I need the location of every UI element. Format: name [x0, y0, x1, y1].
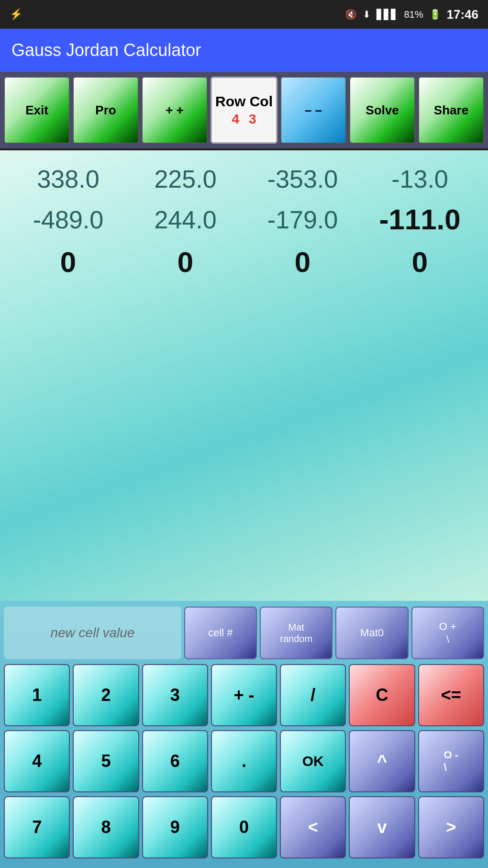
- signal-icon: ▋▋▋: [377, 9, 398, 20]
- usb-icon: ⚡: [10, 8, 22, 21]
- matrix-area: 338.0 225.0 -353.0 -13.0 -489.0 244.0 -1…: [0, 150, 488, 601]
- key-backspace[interactable]: <=: [418, 664, 484, 726]
- key-6[interactable]: 6: [142, 730, 208, 792]
- key-5[interactable]: 5: [73, 730, 139, 792]
- key-3[interactable]: 3: [142, 664, 208, 726]
- key-row-1: 1 2 3 + - / C <=: [4, 664, 484, 726]
- mat-random-button[interactable]: Mat random: [260, 607, 333, 659]
- cell-0-0[interactable]: 338.0: [10, 165, 127, 193]
- keyboard-area: new cell value cell # Mat random Mat0 O …: [0, 601, 488, 868]
- matrix-row-2: 0 0 0 0: [10, 241, 478, 283]
- cell-0-2[interactable]: -353.0: [244, 165, 361, 193]
- app-header: Gauss Jordan Calculator: [0, 29, 488, 72]
- key-right[interactable]: >: [418, 796, 484, 858]
- add-button[interactable]: + +: [142, 77, 208, 144]
- share-button[interactable]: Share: [418, 77, 484, 144]
- row-col-button[interactable]: Row Col 4 3: [211, 77, 277, 144]
- cell-hash-button[interactable]: cell #: [184, 607, 257, 659]
- key-4[interactable]: 4: [4, 730, 70, 792]
- cell-1-2[interactable]: -179.0: [244, 205, 361, 234]
- matrix-row-1: -489.0 244.0 -179.0 -111.0: [10, 198, 478, 241]
- cell-0-1[interactable]: 225.0: [127, 165, 244, 193]
- cell-1-3[interactable]: -111.0: [361, 203, 478, 236]
- key-plus-minus[interactable]: + -: [211, 664, 277, 726]
- battery-icon: 🔋: [429, 9, 441, 20]
- status-bar: ⚡ 🔇 ⬇ ▋▋▋ 81% 🔋 17:46: [0, 0, 488, 29]
- cell-2-0[interactable]: 0: [10, 246, 127, 279]
- key-row-2: 4 5 6 . OK ^ O - \: [4, 730, 484, 792]
- key-0[interactable]: 0: [211, 796, 277, 858]
- cell-0-3[interactable]: -13.0: [361, 165, 478, 193]
- cell-2-1[interactable]: 0: [127, 246, 244, 279]
- app-title: Gauss Jordan Calculator: [11, 40, 201, 60]
- key-divide[interactable]: /: [280, 664, 346, 726]
- key-row-3: 7 8 9 0 < v >: [4, 796, 484, 858]
- col-number: 3: [249, 112, 256, 127]
- exit-button[interactable]: Exit: [4, 77, 70, 144]
- matrix-row-0: 338.0 225.0 -353.0 -13.0: [10, 160, 478, 198]
- key-2[interactable]: 2: [73, 664, 139, 726]
- row-number: 4: [232, 112, 239, 127]
- battery-percent: 81%: [404, 9, 423, 20]
- key-o-minus[interactable]: O - \: [418, 730, 484, 792]
- input-row: new cell value cell # Mat random Mat0 O …: [4, 607, 484, 659]
- key-7[interactable]: 7: [4, 796, 70, 858]
- mat0-button[interactable]: Mat0: [335, 607, 408, 659]
- download-icon: ⬇: [363, 9, 371, 20]
- pro-button[interactable]: Pro: [73, 77, 139, 144]
- key-9[interactable]: 9: [142, 796, 208, 858]
- cell-2-2[interactable]: 0: [244, 246, 361, 279]
- key-ok[interactable]: OK: [280, 730, 346, 792]
- mute-icon: 🔇: [345, 9, 357, 20]
- o-plus-button[interactable]: O + \: [411, 607, 484, 659]
- cell-1-0[interactable]: -489.0: [10, 205, 127, 234]
- cell-1-1[interactable]: 244.0: [127, 205, 244, 234]
- toolbar: Exit Pro + + Row Col 4 3 – – Solve Share: [0, 72, 488, 148]
- key-caret[interactable]: ^: [349, 730, 415, 792]
- status-time: 17:46: [447, 7, 479, 22]
- solve-button[interactable]: Solve: [349, 77, 415, 144]
- key-1[interactable]: 1: [4, 664, 70, 726]
- key-left[interactable]: <: [280, 796, 346, 858]
- key-down[interactable]: v: [349, 796, 415, 858]
- key-8[interactable]: 8: [73, 796, 139, 858]
- new-cell-value-input[interactable]: new cell value: [4, 607, 181, 659]
- minus-button[interactable]: – –: [280, 77, 346, 144]
- cell-2-3[interactable]: 0: [361, 246, 478, 279]
- key-dot[interactable]: .: [211, 730, 277, 792]
- key-clear[interactable]: C: [349, 664, 415, 726]
